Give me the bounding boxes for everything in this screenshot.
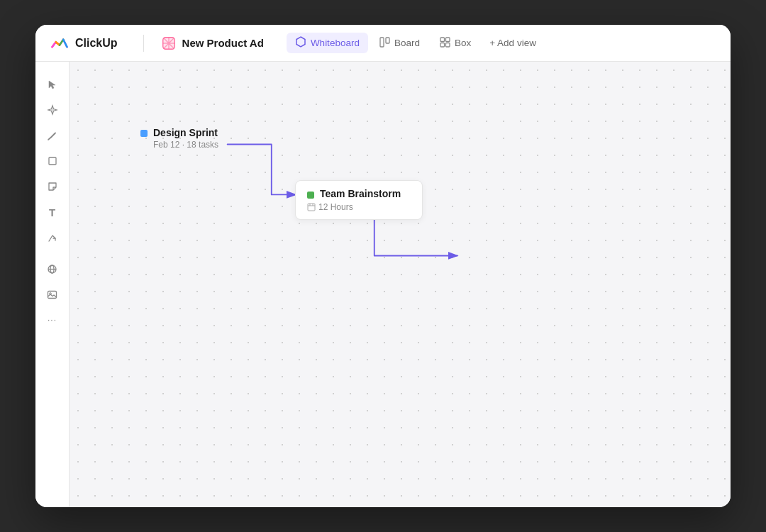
app-window: ClickUp New Product Ad Whiteboard — [35, 25, 731, 507]
left-toolbar: T ··· — [35, 62, 70, 507]
add-tool[interactable] — [41, 99, 64, 121]
whiteboard-label: Whiteboard — [311, 38, 360, 48]
more-tools[interactable]: ··· — [41, 309, 64, 331]
svg-point-8 — [51, 109, 54, 111]
logo-label: ClickUp — [75, 37, 118, 50]
project-title: New Product Ad — [182, 37, 264, 49]
image-tool[interactable] — [41, 283, 64, 306]
globe-tool[interactable] — [41, 257, 64, 280]
add-view-button[interactable]: + Add view — [482, 34, 543, 52]
logo-area[interactable]: ClickUp — [50, 33, 118, 53]
svg-rect-2 — [380, 38, 384, 47]
svg-rect-4 — [440, 38, 445, 42]
project-icon — [161, 35, 177, 51]
connect-tool[interactable] — [41, 226, 64, 249]
add-view-label: + Add view — [489, 38, 536, 48]
cursor-tool[interactable] — [41, 73, 64, 96]
team-brainstorm-card[interactable]: Team Brainstorm 12 Hours — [295, 180, 423, 220]
design-sprint-title: Design Sprint — [153, 127, 218, 138]
svg-rect-17 — [308, 204, 315, 211]
hours-icon — [307, 203, 316, 211]
project-title-area[interactable]: New Product Ad — [161, 35, 264, 51]
svg-rect-9 — [49, 157, 56, 165]
design-sprint-color — [140, 130, 148, 137]
design-sprint-meta: Feb 12 · 18 tasks — [153, 140, 218, 150]
team-brainstorm-title: Team Brainstorm — [320, 188, 401, 199]
design-sprint-card[interactable]: Design Sprint Feb 12 · 18 tasks — [140, 127, 218, 150]
header: ClickUp New Product Ad Whiteboard — [35, 25, 731, 62]
svg-rect-3 — [386, 38, 389, 43]
clickup-logo-icon — [50, 33, 70, 53]
svg-rect-5 — [445, 38, 450, 42]
main-content: T ··· — [35, 62, 731, 507]
team-brainstorm-hours: 12 Hours — [318, 202, 353, 212]
team-brainstorm-meta: 12 Hours — [307, 202, 411, 212]
svg-rect-7 — [445, 43, 450, 47]
design-sprint-info: Design Sprint Feb 12 · 18 tasks — [153, 127, 218, 150]
nav-board[interactable]: Board — [371, 33, 428, 53]
board-icon — [379, 37, 390, 50]
box-label: Box — [455, 38, 471, 48]
nav-box[interactable]: Box — [431, 33, 479, 53]
whiteboard-icon — [295, 36, 306, 50]
pen-tool[interactable] — [41, 124, 64, 147]
sticky-tool[interactable] — [41, 175, 64, 198]
nav-items: Whiteboard Board — [287, 33, 543, 53]
svg-rect-13 — [48, 291, 57, 298]
text-tool[interactable]: T — [41, 201, 64, 223]
board-label: Board — [394, 38, 420, 48]
header-divider — [143, 35, 144, 52]
box-icon — [440, 37, 450, 50]
whiteboard-canvas[interactable]: Design Sprint Feb 12 · 18 tasks Team Bra… — [70, 62, 731, 507]
team-brainstorm-color — [307, 192, 314, 199]
svg-rect-6 — [440, 43, 445, 47]
team-brainstorm-header: Team Brainstorm — [307, 188, 411, 199]
rectangle-tool[interactable] — [41, 150, 64, 172]
nav-whiteboard[interactable]: Whiteboard — [287, 33, 368, 53]
